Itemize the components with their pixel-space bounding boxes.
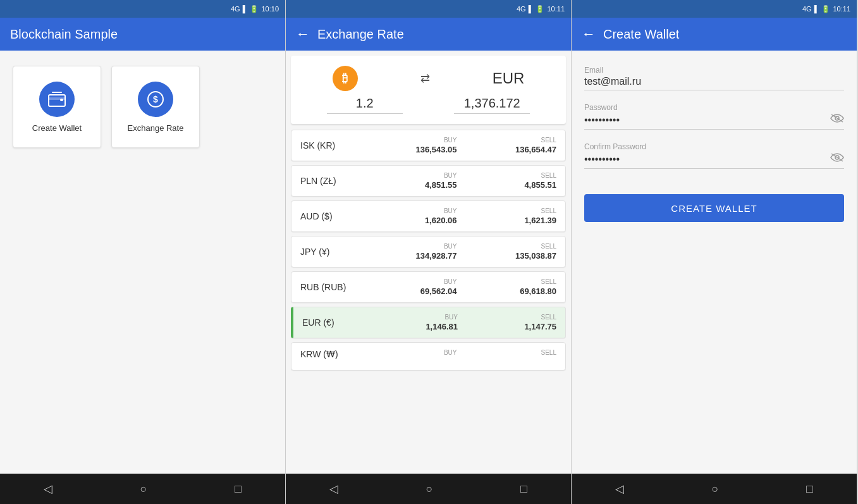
app-bar-1: Blockchain Sample bbox=[0, 18, 285, 51]
rates-list: ISK (KR) BUY 136,543.05 SELL 136,654.47 … bbox=[286, 130, 571, 371]
currency-krw: KRW (₩) bbox=[300, 349, 364, 359]
signal-icon-2: 4G bbox=[517, 5, 526, 13]
exchange-icon: $ bbox=[138, 82, 173, 117]
buy-col-aud: BUY 1,620.06 bbox=[364, 207, 457, 225]
exchange-content: ₿ ⇄ EUR 1.2 1,376.172 ISK (KR) BUY 136,5… bbox=[286, 51, 571, 474]
buy-col-rub: BUY 69,562.04 bbox=[364, 278, 457, 296]
status-icons-3: 4G ▌ 🔋 10:11 bbox=[802, 5, 850, 13]
bottom-nav-3: ◁ ○ □ bbox=[572, 474, 857, 504]
create-wallet-button[interactable]: CREATE WALLET bbox=[584, 194, 844, 222]
sell-col-eur: SELL 1,147.75 bbox=[464, 314, 556, 331]
recent-button-2[interactable]: □ bbox=[508, 477, 540, 501]
email-label: Email bbox=[584, 66, 844, 75]
main-content: Create Wallet $ Exchange Rate bbox=[0, 51, 285, 474]
sell-col-aud: SELL 1,621.39 bbox=[463, 207, 557, 225]
back-button-3[interactable]: ◁ bbox=[603, 477, 637, 501]
create-wallet-label: Create Wallet bbox=[32, 123, 82, 133]
buysell-pln: BUY 4,851.55 SELL 4,855.51 bbox=[364, 172, 556, 190]
btc-amount[interactable]: 1.2 bbox=[327, 96, 403, 114]
svg-text:$: $ bbox=[153, 94, 158, 104]
buysell-krw: BUY SELL bbox=[364, 349, 556, 357]
converter-top: ₿ ⇄ EUR bbox=[301, 66, 556, 91]
status-bar-2: 4G ▌ 🔋 10:11 bbox=[286, 0, 571, 18]
status-icons-2: 4G ▌ 🔋 10:11 bbox=[517, 5, 565, 13]
battery-icon-2: 🔋 bbox=[536, 5, 544, 13]
password-eye-icon[interactable] bbox=[830, 113, 844, 126]
exchange-rate-label: Exchange Rate bbox=[128, 123, 184, 133]
buy-val-isk: 136,543.05 bbox=[415, 145, 457, 154]
rate-row-pln[interactable]: PLN (ZŁ) BUY 4,851.55 SELL 4,855.51 bbox=[291, 165, 566, 197]
time-1: 10:10 bbox=[261, 5, 279, 13]
app-bar-3: ← Create Wallet bbox=[572, 18, 857, 51]
time-2: 10:11 bbox=[547, 5, 565, 13]
home-button-1[interactable]: ○ bbox=[128, 477, 160, 501]
currency-rub: RUB (RUB) bbox=[300, 282, 364, 292]
app-title-3: Create Wallet bbox=[603, 27, 679, 42]
btc-icon: ₿ bbox=[333, 66, 358, 91]
home-button-3[interactable]: ○ bbox=[699, 477, 732, 501]
fiat-label: EUR bbox=[493, 70, 525, 87]
rate-row-eur[interactable]: EUR (€) BUY 1,146.81 SELL 1,147.75 bbox=[291, 307, 566, 338]
sell-col-jpy: SELL 135,038.87 bbox=[463, 243, 557, 261]
rate-row-aud[interactable]: AUD ($) BUY 1,620.06 SELL 1,621.39 bbox=[291, 200, 566, 232]
signal-bars-1: ▌ bbox=[243, 5, 248, 13]
buy-col-pln: BUY 4,851.55 bbox=[364, 172, 457, 190]
home-button-2[interactable]: ○ bbox=[414, 477, 446, 501]
currency-jpy: JPY (¥) bbox=[300, 247, 364, 257]
menu-grid: Create Wallet $ Exchange Rate bbox=[0, 51, 285, 163]
confirm-password-eye-icon[interactable] bbox=[830, 152, 844, 166]
recent-button-3[interactable]: □ bbox=[794, 477, 826, 501]
signal-icon-1: 4G bbox=[231, 5, 240, 13]
exchange-rate-card[interactable]: $ Exchange Rate bbox=[111, 66, 200, 148]
recent-button-1[interactable]: □ bbox=[222, 477, 254, 501]
status-bar-3: 4G ▌ 🔋 10:11 bbox=[572, 0, 857, 18]
buysell-eur: BUY 1,146.81 SELL 1,147.75 bbox=[365, 314, 556, 331]
back-button-1[interactable]: ◁ bbox=[31, 477, 65, 501]
rate-row-isk[interactable]: ISK (KR) BUY 136,543.05 SELL 136,654.47 bbox=[291, 130, 566, 161]
currency-aud: AUD ($) bbox=[300, 211, 364, 221]
back-arrow-2[interactable]: ← bbox=[296, 26, 310, 42]
battery-icon-3: 🔋 bbox=[821, 5, 830, 13]
time-3: 10:11 bbox=[833, 5, 850, 13]
rate-row-krw[interactable]: KRW (₩) BUY SELL bbox=[291, 342, 566, 371]
sell-label-isk: SELL bbox=[541, 137, 556, 144]
create-wallet-content: Email Password bbox=[572, 51, 857, 474]
convert-arrow: ⇄ bbox=[420, 71, 430, 85]
app-title-1: Blockchain Sample bbox=[10, 27, 118, 42]
bottom-nav-1: ◁ ○ □ bbox=[0, 474, 285, 504]
buy-label-isk: BUY bbox=[444, 137, 457, 144]
confirm-password-label: Confirm Password bbox=[584, 142, 844, 151]
fiat-amount[interactable]: 1,376.172 bbox=[454, 96, 530, 114]
buy-col-jpy: BUY 134,928.77 bbox=[364, 243, 457, 261]
back-button-2[interactable]: ◁ bbox=[317, 477, 351, 501]
confirm-password-input[interactable] bbox=[584, 154, 830, 165]
converter-section: ₿ ⇄ EUR 1.2 1,376.172 bbox=[291, 56, 566, 125]
create-wallet-card[interactable]: Create Wallet bbox=[13, 66, 101, 148]
rate-row-rub[interactable]: RUB (RUB) BUY 69,562.04 SELL 69,618.80 bbox=[291, 271, 566, 303]
create-wallet-form: Email Password bbox=[572, 51, 857, 237]
signal-icon-3: 4G bbox=[802, 5, 812, 13]
sell-col-rub: SELL 69,618.80 bbox=[463, 278, 557, 296]
password-input-wrap bbox=[584, 113, 844, 130]
battery-icon-1: 🔋 bbox=[250, 5, 259, 13]
back-arrow-3[interactable]: ← bbox=[582, 26, 596, 42]
sell-val-isk: 136,654.47 bbox=[515, 145, 556, 154]
converter-values: 1.2 1,376.172 bbox=[301, 96, 556, 114]
screen-main: 4G ▌ 🔋 10:10 Blockchain Sample Create Wa… bbox=[0, 0, 286, 504]
app-bar-2: ← Exchange Rate bbox=[286, 18, 571, 51]
email-input-wrap bbox=[584, 76, 844, 90]
wallet-icon bbox=[39, 82, 75, 117]
sell-col-isk: SELL 136,654.47 bbox=[463, 137, 557, 154]
buy-col-eur: BUY 1,146.81 bbox=[365, 314, 458, 331]
status-bar-1: 4G ▌ 🔋 10:10 bbox=[0, 0, 285, 18]
password-input[interactable] bbox=[584, 114, 830, 126]
buysell-aud: BUY 1,620.06 SELL 1,621.39 bbox=[364, 207, 556, 225]
buy-col-isk: BUY 136,543.05 bbox=[364, 137, 457, 154]
sell-col-krw: SELL bbox=[463, 349, 557, 357]
email-input[interactable] bbox=[584, 76, 844, 87]
confirm-password-input-wrap bbox=[584, 152, 844, 169]
email-field-group: Email bbox=[584, 66, 844, 90]
rate-row-jpy[interactable]: JPY (¥) BUY 134,928.77 SELL 135,038.87 bbox=[291, 236, 566, 267]
buysell-rub: BUY 69,562.04 SELL 69,618.80 bbox=[364, 278, 556, 296]
password-label: Password bbox=[584, 103, 844, 112]
